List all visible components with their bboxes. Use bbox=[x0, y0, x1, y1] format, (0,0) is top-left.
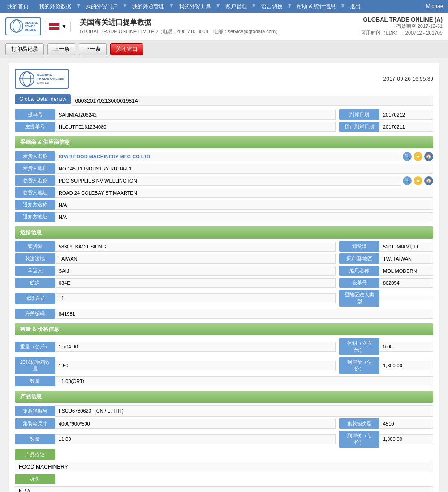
product-mark-value: N / A bbox=[15, 486, 433, 492]
product-qty-label: 数量 bbox=[15, 434, 55, 444]
consignee-star-icon[interactable]: ★ bbox=[414, 176, 422, 185]
arrival-price-label: 到岸价（估价） bbox=[339, 357, 379, 374]
consignee-search-icon[interactable]: 🔍 bbox=[403, 176, 412, 185]
container-no-value: 802054 bbox=[379, 278, 433, 288]
vessel-label: 船只名称 bbox=[339, 266, 379, 276]
shipping-header: 运输信息 bbox=[15, 226, 433, 239]
svg-text:TRADE ONLINE: TRADE ONLINE bbox=[37, 77, 64, 81]
svg-text:LIMITED: LIMITED bbox=[37, 81, 49, 84]
nav-management[interactable]: 我的外贸管理 bbox=[129, 1, 168, 12]
transport-row: 运输方式 11 登陆区进入类型 bbox=[15, 290, 433, 307]
arrival-date-label: 到岸日期 bbox=[339, 109, 379, 120]
notify-addr-row: 通知方地址 N/A bbox=[15, 212, 433, 222]
svg-text:ONLINE: ONLINE bbox=[25, 28, 37, 31]
arrival-date-value: 20170212 bbox=[379, 110, 433, 120]
nav-account[interactable]: 账户管理 bbox=[222, 1, 250, 12]
discharge-port-label: 卸货港 bbox=[339, 241, 379, 252]
product-desc-value: FOOD MACHINERY bbox=[15, 462, 433, 472]
product-container-type-label: 集装箱类型 bbox=[339, 418, 379, 429]
arrival-price-value: 1,800.00 bbox=[379, 361, 433, 370]
bill-row: 提单号 SAIJMIAJ206242 到岸日期 20170212 bbox=[15, 109, 433, 120]
customs-code-value: 841981 bbox=[55, 309, 433, 319]
product-container-no-row: 集装箱编号 FSCU6780623（CN / L / HH） bbox=[15, 405, 433, 417]
logo: GLOBAL TRADE ONLINE bbox=[5, 17, 41, 35]
product-qty-value: 11.00 bbox=[55, 434, 336, 444]
product-arrival-price-value: 1,800.00 bbox=[379, 434, 433, 444]
top-nav: 我的首页 | 我的外贸数据 ▼ 我的外贸门户 ▼ 我的外贸管理 ▼ 我的外贸工具… bbox=[0, 0, 448, 13]
consignee-home-icon[interactable]: 🏠 bbox=[424, 176, 433, 185]
page-title: 美国海关进口提单数据 bbox=[80, 18, 353, 27]
qty-row: 数量 11.00(CRT) bbox=[15, 376, 433, 386]
transport-value: 11 bbox=[55, 293, 336, 303]
product-mark-header-row: 标头 bbox=[15, 474, 433, 484]
svg-text:GLOBAL: GLOBAL bbox=[25, 21, 38, 24]
doc-datetime: 2017-09-26 16:55:39 bbox=[383, 76, 433, 82]
weight-label: 重量（公斤） bbox=[15, 342, 55, 352]
quantity-price-header: 数量 & 价格信息 bbox=[15, 323, 433, 335]
volume-label: 体积（立方米） bbox=[339, 338, 379, 355]
product-desc-label: 产品描述 bbox=[15, 449, 55, 460]
transit-row: 装运运地 TAIWAN 原产国/地区 TW, TAIWAN bbox=[15, 253, 433, 264]
notify-addr-label: 通知方地址 bbox=[15, 212, 55, 222]
nav-home[interactable]: 我的首页 bbox=[4, 1, 32, 12]
nav-trade-data[interactable]: 我的外贸数据 bbox=[35, 1, 75, 12]
notify-name-row: 通知方名称 N/A bbox=[15, 200, 433, 210]
header-right: GLOBAL TRADE ONLINE (A) 有效期至 2017-12-31 … bbox=[361, 16, 443, 36]
shipper-star-icon[interactable]: ★ bbox=[414, 152, 422, 161]
prev-button[interactable]: 上一条 bbox=[47, 43, 75, 55]
header-center: 美国海关进口提单数据 GLOBAL TRADE ONLINE LIMITED（电… bbox=[71, 18, 362, 35]
origin-label: 原产国/地区 bbox=[339, 253, 379, 264]
discharge-port-value: 5201, MIAMI, FL bbox=[379, 242, 433, 252]
loading-type-label: 登陆区进入类型 bbox=[339, 290, 379, 307]
vessel-value: MOL MODERN bbox=[379, 266, 433, 276]
consignee-name-value: PDG SUPPLIES NV WELLINGTON bbox=[55, 176, 401, 186]
product-container-no-value: FSCU6780623（CN / L / HH） bbox=[55, 405, 433, 417]
master-bill-row: 主提单号 HLCUTPE161234080 预计到岸日期 20170211 bbox=[15, 122, 433, 132]
company-name: GLOBAL TRADE ONLINE (A) bbox=[361, 16, 443, 23]
estimated-date-label: 预计到岸日期 bbox=[339, 122, 379, 132]
transit-label: 装运运地 bbox=[15, 253, 55, 264]
shipper-icons: 🔍 ★ 🏠 bbox=[403, 152, 433, 161]
estimated-date-value: 20170211 bbox=[379, 122, 433, 132]
container20-label: 20尺标准箱数量 bbox=[15, 357, 55, 374]
nav-items: 我的首页 | 我的外贸数据 ▼ 我的外贸门户 ▼ 我的外贸管理 ▼ 我的外贸工具… bbox=[4, 1, 364, 12]
us-flag bbox=[49, 23, 60, 30]
gdi-label: Global Data Identity bbox=[15, 94, 71, 104]
document-card: GLOBAL TRADE ONLINE LIMITED 2017-09-26 1… bbox=[9, 63, 439, 492]
logo-area: GLOBAL TRADE ONLINE ▼ bbox=[5, 17, 71, 35]
weight-row: 重量（公斤） 1,704.00 体积（立方米） 0.00 bbox=[15, 338, 433, 355]
shipper-name-label: 发货人名称 bbox=[15, 151, 55, 161]
gdi-row: Global Data Identity 6003201702130000198… bbox=[15, 94, 433, 108]
nav-logout[interactable]: 退出 bbox=[346, 1, 364, 12]
consignee-addr-label: 收货人地址 bbox=[15, 187, 55, 198]
consignee-icons: 🔍 ★ 🏠 bbox=[403, 176, 433, 185]
toolbar-top: 打印易记录 上一条 下一条 关闭窗口 bbox=[0, 40, 448, 58]
nav-language[interactable]: 语言切换 bbox=[258, 1, 286, 12]
voyage-value: 034E bbox=[55, 278, 336, 288]
svg-text:TRADE: TRADE bbox=[25, 25, 35, 28]
product-mark-label: 标头 bbox=[15, 474, 55, 484]
product-container-size-value: 4000*900*800 bbox=[55, 419, 336, 429]
consignee-name-row: 收货人名称 PDG SUPPLIES NV WELLINGTON 🔍 ★ 🏠 bbox=[15, 175, 433, 186]
transit-value: TAIWAN bbox=[55, 254, 336, 264]
doc-header: GLOBAL TRADE ONLINE LIMITED 2017-09-26 1… bbox=[15, 69, 433, 89]
nav-portal[interactable]: 我的外贸门户 bbox=[82, 1, 121, 12]
shipper-home-icon[interactable]: 🏠 bbox=[424, 152, 433, 161]
print-record-button[interactable]: 打印易记录 bbox=[5, 43, 44, 55]
nav-help[interactable]: 帮助 & 统计信息 bbox=[293, 1, 339, 12]
next-button[interactable]: 下一条 bbox=[79, 43, 107, 55]
voyage-label: 航次 bbox=[15, 278, 55, 288]
flag-selector[interactable]: ▼ bbox=[45, 21, 71, 32]
shipper-addr-value: NO 145 11 INDUSTRY RD TA-L1 bbox=[55, 164, 433, 174]
nav-tools[interactable]: 我的外贸工具 bbox=[175, 1, 215, 12]
close-button[interactable]: 关闭窗口 bbox=[110, 43, 143, 55]
container20-row: 20尺标准箱数量 1.50 到岸价（估价） 1,800.00 bbox=[15, 357, 433, 374]
expiry-date: 有效期至 2017-12-31 bbox=[361, 23, 443, 30]
shipper-name-value: SPAR FOOD MACHINERY MFG CO LTD bbox=[55, 152, 401, 161]
user-name: Michael bbox=[426, 3, 444, 9]
shipper-search-icon[interactable]: 🔍 bbox=[403, 152, 412, 161]
svg-text:GLOBAL: GLOBAL bbox=[37, 73, 52, 77]
transport-label: 运输方式 bbox=[15, 293, 55, 304]
gdi-value: 600320170213000019814 bbox=[71, 96, 433, 106]
qty-label: 数量 bbox=[15, 376, 55, 386]
